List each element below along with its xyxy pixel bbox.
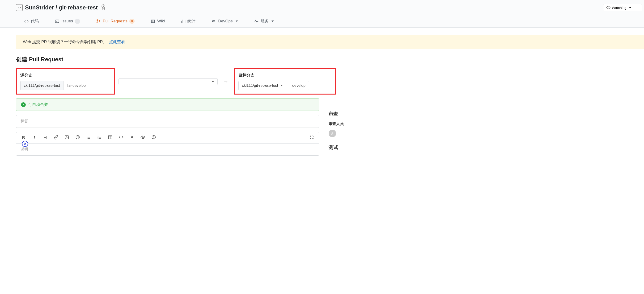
- tab-issues-label: Issues: [62, 19, 73, 23]
- tab-services-label: 服务: [260, 18, 269, 24]
- svg-rect-14: [65, 136, 69, 139]
- source-label: 源分支: [20, 73, 111, 78]
- watch-label: Watching: [612, 6, 626, 10]
- svg-point-3: [56, 21, 57, 21]
- source-branch-box: 源分支 ckl111/git-rebase-test lisi-develop: [16, 68, 115, 95]
- caret-down-icon: [272, 20, 274, 22]
- link-icon[interactable]: [53, 135, 59, 141]
- issues-count-badge: 0: [75, 19, 80, 24]
- svg-point-17: [77, 137, 78, 137]
- svg-point-36: [154, 138, 154, 139]
- source-branch-select-stub[interactable]: lisi-develop: [64, 81, 89, 90]
- ol-icon[interactable]: 123: [96, 135, 102, 141]
- chart-icon: [181, 19, 186, 23]
- bold-icon[interactable]: B: [20, 135, 26, 141]
- review-heading: 审查: [328, 111, 364, 117]
- tab-devops[interactable]: DevOps: [204, 15, 246, 27]
- caret-down-icon: [212, 81, 214, 82]
- pull-request-icon: [96, 19, 101, 23]
- award-icon[interactable]: [100, 4, 107, 11]
- tab-services[interactable]: 服务: [246, 15, 282, 27]
- source-repo-value: ckl111/git-rebase-test: [24, 83, 60, 88]
- target-repo-value: ckl111/git-rebase-test: [242, 83, 278, 88]
- check-circle-icon: ✓: [21, 102, 26, 107]
- svg-point-22: [87, 136, 87, 136]
- target-branch-value: develop: [292, 83, 306, 88]
- watch-button[interactable]: Watching: [603, 4, 634, 11]
- info-banner: Web 提交 PR 很麻烦？一行命令自动创建 PR。 点此查看: [16, 35, 644, 49]
- svg-point-5: [97, 19, 98, 20]
- tab-stats[interactable]: 统计: [173, 15, 204, 27]
- svg-point-34: [142, 137, 144, 138]
- quote-icon[interactable]: “: [129, 135, 135, 141]
- tab-stats-label: 统计: [188, 18, 196, 24]
- source-repo-select[interactable]: ckl111/git-rebase-test: [20, 81, 64, 90]
- repo-icon: [16, 4, 23, 11]
- caret-down-icon: [236, 20, 238, 22]
- emoji-icon[interactable]: [75, 135, 80, 141]
- book-icon: [150, 19, 155, 23]
- banner-text: Web 提交 PR 很麻烦？一行命令自动创建 PR。: [23, 40, 107, 44]
- arrow-right-icon: →: [222, 79, 230, 85]
- owner-link[interactable]: SunStrider: [25, 4, 54, 11]
- fullscreen-icon[interactable]: [309, 135, 315, 141]
- source-branch-value: lisi-develop: [67, 83, 86, 88]
- image-icon[interactable]: [64, 135, 70, 141]
- page-title: 创建 Pull Request: [16, 56, 644, 63]
- tab-devops-label: DevOps: [218, 19, 232, 23]
- repo-breadcrumb: SunStrider / git-rebase-test: [25, 4, 98, 11]
- code-icon: [24, 19, 29, 23]
- test-heading: 测试: [328, 144, 364, 151]
- svg-point-18: [78, 137, 78, 137]
- target-branch-box: 目标分支 ckl111/git-rebase-test develop: [234, 68, 336, 95]
- target-label: 目标分支: [238, 73, 332, 78]
- heading-icon[interactable]: H: [42, 135, 48, 141]
- svg-point-1: [608, 7, 609, 8]
- tab-wiki-label: Wiki: [157, 19, 165, 23]
- table-icon[interactable]: [108, 135, 113, 141]
- merge-status-bar: ✓ 可自动合并: [16, 98, 319, 111]
- svg-point-24: [87, 138, 87, 139]
- pr-title-input[interactable]: [16, 115, 319, 128]
- caret-down-icon: [629, 7, 631, 8]
- pulls-count-badge: 0: [129, 19, 134, 24]
- merge-status-text: 可自动合并: [28, 102, 48, 107]
- svg-point-7: [99, 22, 100, 23]
- infinity-icon: [212, 19, 216, 23]
- reviewer-avatar[interactable]: S: [328, 130, 336, 137]
- banner-link[interactable]: 点此查看: [109, 40, 125, 44]
- tab-pull-requests[interactable]: Pull Requests 0: [88, 15, 142, 27]
- tab-pulls-label: Pull Requests: [103, 19, 128, 23]
- issues-icon: [55, 19, 60, 23]
- svg-point-16: [76, 136, 80, 139]
- repo-link[interactable]: git-rebase-test: [59, 4, 98, 11]
- help-icon[interactable]: [151, 135, 156, 141]
- close-circle-icon[interactable]: ✕: [22, 141, 28, 147]
- source-branch-dropdown[interactable]: [118, 78, 218, 85]
- code-icon[interactable]: [118, 135, 124, 141]
- desc-placeholder: 说明: [20, 147, 28, 151]
- eye-icon: [606, 5, 610, 10]
- description-editor: B I H 123 “ ✕ 说明: [16, 132, 319, 155]
- tab-code-label: 代码: [31, 18, 39, 24]
- target-branch-select[interactable]: develop: [289, 81, 309, 90]
- svg-text:3: 3: [98, 138, 99, 139]
- pulse-icon: [254, 19, 259, 23]
- tab-code[interactable]: 代码: [16, 15, 47, 27]
- svg-point-15: [66, 137, 66, 137]
- description-body[interactable]: ✕ 说明: [16, 144, 319, 155]
- svg-point-6: [97, 22, 98, 23]
- ul-icon[interactable]: [86, 135, 91, 141]
- reviewers-heading: 审查人员: [328, 122, 364, 126]
- italic-icon[interactable]: I: [32, 135, 37, 141]
- tab-issues[interactable]: Issues 0: [47, 15, 88, 27]
- tab-wiki[interactable]: Wiki: [142, 15, 173, 27]
- target-repo-select[interactable]: ckl111/git-rebase-test: [238, 81, 286, 90]
- watch-count[interactable]: 1: [634, 4, 642, 11]
- caret-down-icon: [280, 85, 283, 86]
- svg-point-23: [87, 137, 87, 138]
- preview-icon[interactable]: [140, 135, 146, 141]
